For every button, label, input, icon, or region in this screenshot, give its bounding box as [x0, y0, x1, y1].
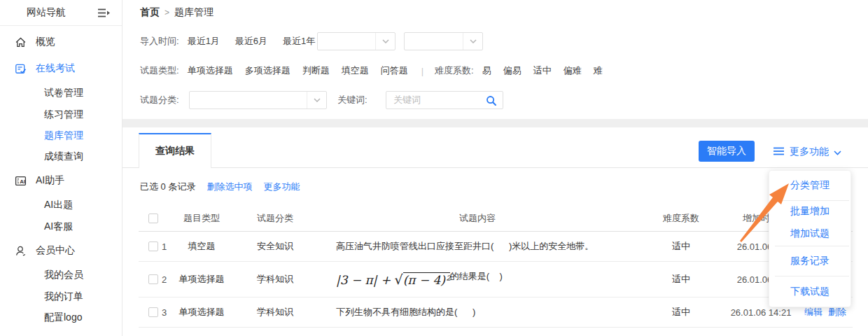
smart-import-button[interactable]: 智能导入 [699, 141, 755, 162]
filter-single-choice[interactable]: 单项选择题 [188, 64, 233, 77]
menu-item-category-mgmt[interactable]: 分类管理 [769, 171, 850, 200]
sidebar-title: 网站导航 [27, 6, 66, 19]
sidebar-item-score-query[interactable]: 成绩查询 [0, 146, 122, 167]
filter-true-false[interactable]: 判断题 [302, 64, 330, 77]
keyword-label-wrap: 关键词: [337, 91, 376, 109]
row-checkbox[interactable] [148, 274, 158, 284]
cell-type: 填空题 [169, 240, 234, 253]
breadcrumb-home[interactable]: 首页 [140, 6, 160, 19]
breadcrumb-separator: > [164, 8, 169, 18]
breadcrumb-current: 题库管理 [174, 6, 214, 19]
sidebar-header: 网站导航 [0, 0, 122, 26]
col-header-difficulty: 难度系数 [638, 212, 724, 225]
sidebar-item-my-orders[interactable]: 我的订单 [0, 286, 122, 307]
cell-difficulty: 适中 [638, 273, 724, 286]
home-icon [15, 36, 27, 48]
filter-category-row: 试题分类: [140, 91, 188, 109]
sidebar-item-label: 在线考试 [36, 62, 75, 75]
filter-last-1-year[interactable]: 最近1年 [283, 35, 315, 48]
breadcrumb: 首页 > 题库管理 [140, 6, 214, 19]
sidebar-item-my-membership[interactable]: 我的会员 [0, 264, 122, 286]
selected-count: 已选 0 条记录 [140, 181, 195, 193]
category-label: 试题分类: [140, 94, 179, 106]
filter-last-6-months[interactable]: 最近6月 [235, 35, 267, 48]
keyword-placeholder: 关键词 [393, 94, 421, 106]
import-time-label: 导入时间: [140, 35, 179, 48]
row-checkbox[interactable] [148, 307, 158, 317]
more-features-menu: 分类管理 批量增加 增加试题 服务记录 下载试题 [769, 170, 851, 307]
sidebar-item-logo-config[interactable]: 配置logo [0, 307, 122, 328]
filter-multi-choice[interactable]: 多项选择题 [245, 64, 290, 77]
col-header-category: 试题分类 [234, 212, 316, 225]
select-all-checkbox[interactable] [148, 214, 158, 223]
delete-selected-link[interactable]: 删除选中项 [206, 181, 252, 193]
chevron-down-icon [375, 33, 395, 50]
search-icon[interactable] [486, 95, 497, 106]
table-header-row: 题目类型 试题分类 试题内容 难度系数 增加时间 [139, 206, 853, 232]
more-features-dropdown-trigger[interactable]: 更多功能 [774, 143, 841, 161]
main-content: 首页 > 题库管理 导入时间: 最近1月 最近6月 最近1年 试题类型: 单项选… [122, 0, 868, 336]
sidebar-item-online-exam[interactable]: 在线考试 [0, 55, 122, 82]
filter-difficulty-easy[interactable]: 易 [482, 64, 491, 77]
filter-difficulty-easier[interactable]: 偏易 [503, 64, 522, 77]
cell-type: 单项选择题 [169, 273, 234, 286]
chevron-down-icon [307, 92, 326, 108]
filter-difficulty-harder[interactable]: 偏难 [564, 64, 582, 77]
filter-last-1-month[interactable]: 最近1月 [188, 35, 220, 48]
table-toolbar: 已选 0 条记录 删除选中项 更多功能 [140, 181, 300, 193]
cell-category: 安全知识 [234, 240, 316, 253]
cell-category: 学科知识 [234, 273, 316, 286]
sidebar-item-label: 会员中心 [36, 244, 75, 257]
tab-query-results[interactable]: 查询结果 [139, 133, 211, 168]
row-checkbox[interactable] [148, 241, 158, 251]
sidebar-item-paper-mgmt[interactable]: 试卷管理 [0, 82, 122, 104]
sidebar-item-member-center[interactable]: 会员中心 [0, 237, 122, 264]
filter-difficulty-medium[interactable]: 适中 [533, 64, 552, 77]
filter-difficulty-hard[interactable]: 难 [594, 64, 603, 77]
menu-item-download-questions[interactable]: 下载试题 [769, 276, 850, 307]
cell-category: 学科知识 [234, 306, 316, 318]
filter-divider: | [421, 66, 424, 76]
category-select[interactable] [189, 91, 327, 109]
cell-content: 高压油气井防喷管线出口应接至距井口( )米以上的安全地带。 [336, 240, 594, 253]
keyword-label: 关键词: [337, 94, 368, 106]
menu-item-service-records[interactable]: 服务记录 [769, 246, 850, 276]
filter-import-time-row: 导入时间: 最近1月 最近6月 最近1年 [140, 32, 330, 50]
toolbar-more-link[interactable]: 更多功能 [263, 181, 300, 193]
list-icon [774, 146, 785, 158]
table-row: 2 单项选择题 学科知识 |3 − π| + √(π − 4)²的结果是( ) … [139, 262, 853, 298]
cell-add-time: 26.01.06 14:21 [724, 307, 798, 318]
sidebar-nav: 概览 在线考试 试卷管理 练习管理 题库管理 成绩查询 AI AI助手 AI出题… [0, 26, 122, 328]
cell-difficulty: 适中 [638, 306, 724, 318]
collapse-menu-icon[interactable] [97, 8, 111, 18]
filter-qa[interactable]: 问答题 [381, 64, 408, 77]
filter-fill-blank[interactable]: 填空题 [342, 64, 369, 77]
sidebar-item-overview[interactable]: 概览 [0, 29, 122, 55]
sidebar-item-practice-mgmt[interactable]: 练习管理 [0, 104, 122, 125]
col-header-type: 题目类型 [169, 212, 234, 225]
table-row-partial: 编辑删除 [139, 328, 853, 336]
results-table: 题目类型 试题分类 试题内容 难度系数 增加时间 1 填空题 安全知识 高压油气… [139, 206, 853, 336]
exam-icon [15, 63, 27, 75]
cell-content: 下列生物不具有细胞结构的是( ) [336, 306, 475, 318]
member-icon [15, 245, 27, 257]
sidebar-item-ai-question[interactable]: AI出题 [0, 194, 122, 216]
date-start-select[interactable] [317, 32, 396, 50]
table-row: 3 单项选择题 学科知识 下列生物不具有细胞结构的是( ) 适中 26.01.0… [139, 298, 853, 328]
sidebar-item-ai-service[interactable]: AI客服 [0, 216, 122, 237]
delete-link[interactable]: 删除 [828, 306, 846, 318]
sidebar-item-label: 概览 [36, 36, 55, 48]
chevron-down-icon [834, 146, 841, 158]
sidebar: 网站导航 概览 在线考试 [0, 0, 122, 336]
keyword-input[interactable]: 关键词 [386, 91, 503, 109]
menu-item-add-question[interactable]: 增加试题 [769, 222, 850, 246]
question-bank-page: 网站导航 概览 在线考试 [0, 0, 868, 336]
question-type-label: 试题类型: [140, 64, 179, 77]
cell-content: |3 − π| + √(π − 4)²的结果是( ) [316, 270, 638, 288]
edit-link[interactable]: 编辑 [804, 306, 822, 318]
date-end-select[interactable] [404, 32, 483, 50]
menu-item-batch-add[interactable]: 批量增加 [769, 201, 850, 222]
sidebar-item-ai-assistant[interactable]: AI AI助手 [0, 167, 122, 194]
ai-icon: AI [15, 175, 27, 187]
sidebar-item-question-bank-mgmt[interactable]: 题库管理 [0, 125, 122, 146]
